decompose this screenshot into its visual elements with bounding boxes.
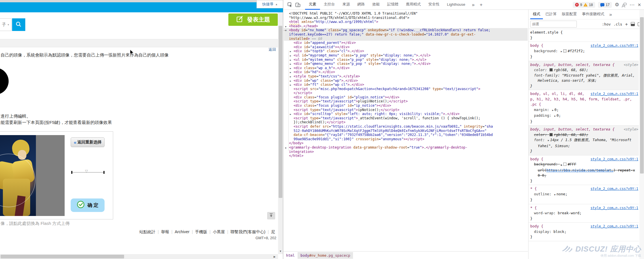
dom-tree-node[interactable]: ▶<div id="scrolltop" style="left: auto; … (284, 112, 528, 116)
css-declaration[interactable]: font: ▶14px / 1.5 微軟雅黑, Tahoma, "Microso… (530, 137, 638, 149)
color-swatch[interactable] (549, 133, 553, 136)
styles-tab-樣式[interactable]: 樣式 (530, 10, 543, 19)
more-tabs-icon[interactable]: » (470, 2, 477, 8)
dom-tree-node[interactable]: <div id="append_parent"></div> (284, 41, 528, 45)
css-rule[interactable]: style_2_com…n.css?v9Y:1body {background:… (529, 155, 639, 185)
dom-tree-node[interactable]: </body> (284, 141, 528, 145)
search-button[interactable] (12, 18, 25, 31)
dom-tree-node[interactable]: ▶<head>…</head> (284, 24, 528, 28)
dom-tree-node[interactable]: ▶<div id="ft" class="wp cl">…</div> (284, 83, 528, 87)
page-horizontal-scrollbar-thumb[interactable] (1, 255, 124, 258)
devtools-tab-主控台[interactable]: 主控台 (320, 0, 339, 10)
css-declaration[interactable]: outline: ▶none; (530, 192, 638, 198)
close-devtools-icon[interactable]: ✕ (637, 2, 641, 7)
scrollbar-right-arrow[interactable]: ▶ (272, 254, 277, 259)
zoom-slider[interactable]: ▽ (71, 170, 105, 175)
styles-filter-input[interactable] (530, 21, 577, 28)
css-rule[interactable]: <style>body, input, button, select, text… (529, 61, 639, 90)
dom-tree-node[interactable]: ▶<ul id="myitem_menu" class="p_pop" styl… (284, 58, 528, 62)
stylesheet-link[interactable]: style_2_com…n.css?v9Y:1 (591, 43, 638, 48)
footer-link[interactable]: Archiver (175, 229, 189, 234)
dom-tree-node[interactable]: ▶<ul id="myprompt_menu" class="p_pop" st… (284, 53, 528, 58)
css-declaration[interactable]: font-family: "Microsoft yahei", 微软雅黑, Ar… (530, 73, 638, 83)
css-rule[interactable]: <style>body, input, button, select, text… (529, 126, 639, 155)
stylesheet-link[interactable]: style_2_com…n.css?v9Y:1 (591, 186, 638, 192)
dom-tree-node[interactable]: 512-0ahDY1866UMhKuYcW078ScMalXqtFJggm7Tm… (284, 129, 528, 133)
dom-tree-node[interactable]: ⋯▼<body id="nv_home" class="pg_spacecp" … (284, 28, 528, 32)
dom-tree-node[interactable]: ▶<grammarly-desktop-integration data-gra… (284, 145, 528, 150)
stylesheet-link[interactable]: style_2_com…n.css?v9Y:1 (591, 224, 638, 229)
devtools-tab-記憶體[interactable]: 記憶體 (383, 0, 402, 10)
color-swatch[interactable] (563, 163, 566, 166)
css-rule[interactable]: style_2_com…n.css?v9Y:1* {outline: ▶none… (529, 185, 639, 204)
css-declaration[interactable]: padding: ▶0; (530, 113, 638, 119)
devtools-tab-應用程式[interactable]: 應用程式 (402, 0, 425, 10)
slider-handle[interactable]: ▽ (85, 169, 88, 173)
inspect-element-icon[interactable] (286, 1, 294, 8)
devtools-tab-安全性[interactable]: 安全性 (425, 0, 443, 10)
css-rule[interactable]: element.style {} (529, 29, 639, 42)
devtools-tab-來源[interactable]: 來源 (339, 0, 354, 10)
stylesheet-link[interactable]: style_2_com…n.css?v9Y:1 (591, 205, 638, 211)
more-options-icon[interactable]: ⋯ (629, 2, 635, 8)
toggle-hover-state[interactable]: :hov (602, 22, 611, 26)
dom-tree-node[interactable]: </script> (284, 91, 528, 95)
dom-tree-node[interactable]: <script type="text/javascript">_attachEv… (284, 116, 528, 120)
footer-link[interactable]: 舉報 (161, 229, 169, 234)
confirm-button[interactable]: 确 定 (71, 198, 105, 212)
css-declaration[interactable]: color: rgb(68, 68, 68); (530, 67, 638, 73)
css-rule[interactable]: style_2_com…n.css?v9Y:1body, ul, ol, li,… (529, 90, 639, 126)
dom-tree-node[interactable]: if(event.keyCode==27) return false;" dat… (284, 32, 528, 37)
styles-tab-已計算[interactable]: 已計算 (543, 10, 559, 19)
devtools-tab-元素[interactable]: 元素 (305, 0, 320, 10)
settings-gear-icon[interactable]: ⚙ (615, 2, 619, 8)
dom-tree-node[interactable]: data-cf-beacon="{"rayId":"7932f49758bb2a… (284, 133, 528, 137)
scroll-to-top-button[interactable] (267, 212, 275, 219)
stylesheet-link[interactable]: style_2_com…n.css?v9Y:1 (591, 157, 638, 162)
toggle-element-classes[interactable]: .cls (614, 22, 622, 26)
css-declaration[interactable]: background: ▶#f2f2f2; (530, 48, 638, 54)
css-declaration[interactable]: color: rgb(68, 68, 68); (530, 132, 638, 138)
page-vertical-scrollbar-thumb[interactable] (279, 26, 282, 198)
devtools-tab-網路[interactable]: 網路 (354, 0, 369, 10)
css-rule[interactable]: style_2_com…n.css?v9Y:1body {display: bl… (529, 223, 639, 241)
dom-tree-node[interactable]: installed> == $0 (284, 37, 528, 41)
footer-link[interactable]: 小黑屋 (213, 229, 225, 234)
search-scope-select[interactable]: 子 ▼ (0, 18, 11, 31)
css-value-link[interactable]: https://bbs.niyida.com/templat… (546, 168, 613, 172)
styles-tab-版面配置[interactable]: 版面配置 (559, 10, 579, 19)
dom-tree-node[interactable]: ▶<div id="wp" class="wp">…</div> (284, 79, 528, 83)
expand-value-icon[interactable]: ▶ (561, 163, 562, 166)
dom-tree-node[interactable]: ▶<div id="hd">…</div> (284, 70, 528, 74)
expand-value-icon[interactable]: ▶ (554, 115, 556, 117)
dom-tree-node[interactable]: integration> (284, 150, 528, 154)
dom-tree-node[interactable]: <html xmlns="http://www.w3.org/1999/xhtm… (284, 20, 528, 24)
new-style-rule-icon[interactable]: + (625, 22, 628, 27)
scrollbar-down-arrow[interactable]: ▼ (278, 248, 283, 254)
dom-tree-node[interactable]: <div class="focus plugin" id="ip_notice"… (284, 104, 528, 108)
dom-tree-node[interactable]: "http://www.w3.org/TR/xhtml1/DTD/xhtml1-… (284, 16, 528, 20)
console-errors-warnings-badge[interactable]: ✕ 9 ! 18 (573, 2, 595, 8)
footer-link[interactable]: 聯繫我們(客服中心) (231, 229, 265, 234)
dom-tree-node[interactable]: ▶<div id="qmenu_menu" class="p_pop " sty… (284, 62, 528, 66)
styles-tab-事件接聽程式[interactable]: 事件接聽程式 (579, 10, 607, 19)
dom-tree-node[interactable]: </html> (284, 154, 528, 158)
footer-link[interactable]: 站點統計 (139, 229, 155, 234)
dom-tree-node[interactable]: ▶<div class="wp a_h">…</div> (284, 66, 528, 70)
expand-value-icon[interactable]: ▶ (561, 50, 562, 53)
issues-badge[interactable]: ··· 17 (598, 2, 612, 8)
dom-tree-node[interactable]: <script defer src="https://static.cloudf… (284, 124, 528, 129)
dom-tree-node[interactable]: <script type="text/javascript">ipNotice(… (284, 108, 528, 112)
css-declaration[interactable]: margin: ▶0; (530, 107, 638, 113)
rendering-emulation-icon[interactable] (631, 22, 635, 26)
slider-track[interactable] (71, 172, 105, 173)
expand-value-icon[interactable]: ▶ (554, 193, 556, 196)
dom-tree-node[interactable]: });checkBlind();</script> (284, 120, 528, 124)
breadcrumb-html[interactable]: html (283, 252, 298, 259)
reselect-button[interactable]: « 返回重新选择 (71, 137, 105, 147)
back-link[interactable]: 返回 (269, 47, 276, 52)
devtools-tab-效能[interactable]: 效能 (369, 0, 383, 10)
stylesheet-link[interactable]: style_2_com…n.css?v9Y:1 (591, 91, 638, 97)
dom-tree-node[interactable]: 99ae985ac0e991dd1","si":100}" crossorigi… (284, 137, 528, 141)
devtools-tab-Lighthouse[interactable]: Lighthouse (443, 0, 469, 10)
